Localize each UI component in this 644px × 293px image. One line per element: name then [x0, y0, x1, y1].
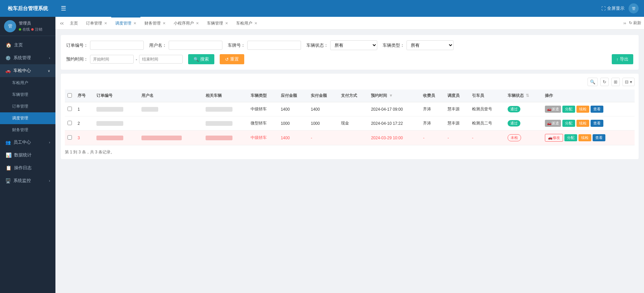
sidebar-item-system[interactable]: ⚙️ 系统管理 › — [0, 51, 55, 64]
th-appoint-time: 预约时间 ▼ — [368, 89, 420, 102]
car-type-select[interactable]: 所有 中级轿车 微型轿车 SUV 货车 — [406, 40, 454, 50]
tab-car-users[interactable]: 车检用户 ✕ — [232, 17, 261, 30]
row1-order-no — [94, 102, 139, 116]
row2-btn-view[interactable]: 查看 — [591, 120, 603, 127]
row3-btn-repair[interactable]: 🚗修改 — [545, 134, 563, 142]
row3-seq: 3 — [75, 131, 94, 145]
log-icon: 📋 — [5, 165, 11, 171]
tab-car-close[interactable]: ✕ — [225, 21, 228, 26]
tab-miniapp-user[interactable]: 小程序用户 ✕ — [170, 17, 203, 30]
sidebar-item-data-stats[interactable]: 📊 数据统计 — [0, 149, 55, 161]
tab-prev-btn[interactable]: ‹‹ — [58, 20, 66, 26]
th-action: 操作 — [542, 89, 635, 102]
sidebar-item-finance[interactable]: 财务管理 — [0, 124, 55, 136]
th-vehicle: 相关车辆 — [203, 89, 248, 102]
search-btn-label: 搜索 — [200, 56, 209, 62]
plate-input[interactable] — [247, 41, 301, 50]
top-header: ☰ ⛶ 全屏显示 管 — [55, 0, 644, 17]
tab-car-manage[interactable]: 车辆管理 ✕ — [203, 17, 232, 30]
select-all-checkbox[interactable] — [68, 93, 72, 98]
sidebar: 检车后台管理系统 管 管理员 在线 注销 🏠 主页 ⚙️ 系统管理 › — [0, 0, 55, 293]
menu-toggle-btn[interactable]: ☰ — [61, 5, 66, 12]
sidebar-item-car-manage[interactable]: 车辆管理 — [0, 89, 55, 101]
row2-btn-alloc[interactable]: 分配 — [562, 120, 575, 127]
filter-car-status: 车辆状态： 所有 通过 未检 未通过 — [306, 40, 377, 50]
sidebar-group-car-center: 🚗 车检中心 ∨ 车检用户 车辆管理 订单管理 调度管理 财务管理 — [0, 64, 55, 136]
stats-icon: 📊 — [5, 152, 11, 158]
row2-btn-dispatch[interactable]: 🚗派遣 — [545, 120, 561, 127]
row1-vehicle-blurred — [206, 107, 232, 112]
row2-actions: 🚗派遣 分配 续检 查看 — [542, 116, 635, 131]
row2-check[interactable] — [68, 121, 72, 125]
sidebar-item-op-log[interactable]: 📋 操作日志 — [0, 161, 55, 174]
tab-car-users-close[interactable]: ✕ — [254, 21, 257, 26]
sidebar-monitor-label: 系统监控 — [13, 178, 31, 184]
order-no-input[interactable] — [90, 41, 144, 50]
app-logo: 检车后台管理系统 — [0, 0, 55, 17]
th-amount-due: 应付金额 — [278, 89, 308, 102]
tab-finance-close[interactable]: ✕ — [163, 21, 166, 26]
tab-miniapp-close[interactable]: ✕ — [196, 21, 199, 26]
tab-car-label: 车辆管理 — [207, 21, 223, 26]
row1-btn-recheck[interactable]: 续检 — [576, 106, 589, 113]
tab-order-manage[interactable]: 订单管理 ✕ — [82, 17, 111, 30]
row3-car-type: 中级轿车 — [248, 131, 278, 145]
end-time-input[interactable] — [139, 55, 183, 64]
export-btn-label: 导出 — [620, 56, 629, 62]
sidebar-item-dispatch[interactable]: 调度管理 — [0, 112, 55, 124]
row3-btn-recheck[interactable]: 续检 — [578, 134, 591, 141]
chevron-monitor-icon: › — [49, 179, 50, 183]
filter-row-2: 预约时间： - 🔍 搜索 ↺ 重置 ↑ 导出 — [66, 54, 633, 64]
table-refresh-btn[interactable]: ↻ — [600, 78, 609, 86]
th-username: 用户名 — [139, 89, 203, 102]
row2-btn-recheck[interactable]: 续检 — [576, 120, 589, 127]
row1-cashier: 齐涛 — [420, 102, 445, 116]
row3-btn-view[interactable]: 查看 — [593, 134, 605, 141]
th-cashier: 收费员 — [420, 89, 445, 102]
fullscreen-icon: ⛶ — [601, 6, 606, 11]
tab-dispatch-close[interactable]: ✕ — [133, 21, 136, 26]
logout-label[interactable]: 注销 — [35, 27, 42, 32]
table-grid-btn[interactable]: ⊟ ▾ — [622, 78, 635, 86]
username-input[interactable] — [169, 41, 222, 50]
row3-btn-alloc[interactable]: 分配 — [564, 134, 577, 141]
table-search-btn[interactable]: 🔍 — [588, 78, 598, 86]
table-column-btn[interactable]: ⊞ — [611, 78, 620, 86]
sidebar-item-staff-center[interactable]: 👥 员工中心 › — [0, 136, 55, 149]
car-status-label: 车辆状态： — [306, 42, 328, 48]
sort-icon: ▼ — [389, 93, 393, 98]
reset-btn[interactable]: ↺ 重置 — [220, 54, 244, 64]
sidebar-item-home[interactable]: 🏠 主页 — [0, 39, 55, 51]
export-btn[interactable]: ↑ 导出 — [612, 54, 634, 64]
row1-btn-dispatch[interactable]: 🚗派遣 — [545, 106, 561, 113]
car-status-select[interactable]: 所有 通过 未检 未通过 — [330, 40, 377, 50]
tab-miniapp-label: 小程序用户 — [174, 21, 194, 26]
tab-dispatch-manage[interactable]: 调度管理 ✕ — [111, 17, 140, 30]
row3-check[interactable] — [68, 135, 72, 140]
online-dot — [19, 28, 21, 31]
sidebar-staff-label: 员工中心 — [13, 139, 31, 145]
sidebar-item-monitor[interactable]: 🖥️ 系统监控 › — [0, 174, 55, 187]
tab-finance-manage[interactable]: 财务管理 ✕ — [140, 17, 170, 30]
row1-status-badge: 通过 — [508, 106, 520, 112]
tab-nav-right-btn[interactable]: ›› — [624, 21, 626, 26]
tab-order-close[interactable]: ✕ — [104, 21, 107, 26]
sidebar-item-car-users[interactable]: 车检用户 — [0, 77, 55, 89]
row1-btn-view[interactable]: 查看 — [591, 106, 603, 113]
sidebar-item-order-manage[interactable]: 订单管理 — [0, 101, 55, 112]
row1-order-no-blurred — [96, 107, 123, 112]
tab-home[interactable]: 主页 — [66, 17, 82, 30]
start-time-input[interactable] — [90, 55, 134, 64]
row1-check[interactable] — [68, 107, 72, 111]
search-btn[interactable]: 🔍 搜索 — [188, 54, 214, 64]
row1-action-btns: 🚗派遣 分配 续检 查看 — [545, 106, 632, 113]
sidebar-stats-label: 数据统计 — [14, 152, 32, 158]
row1-btn-alloc[interactable]: 分配 — [562, 106, 575, 113]
row2-order-no-blurred — [96, 121, 123, 126]
row1-checkbox — [65, 102, 75, 116]
fullscreen-btn[interactable]: ⛶ 全屏显示 — [601, 5, 625, 11]
row2-amount-paid: 1000 — [308, 116, 338, 131]
sidebar-item-car-center[interactable]: 🚗 车检中心 ∨ — [0, 64, 55, 77]
row1-driver: 检测员壹号 — [469, 102, 505, 116]
tab-refresh-btn[interactable]: ↻ 刷新 — [629, 20, 641, 26]
